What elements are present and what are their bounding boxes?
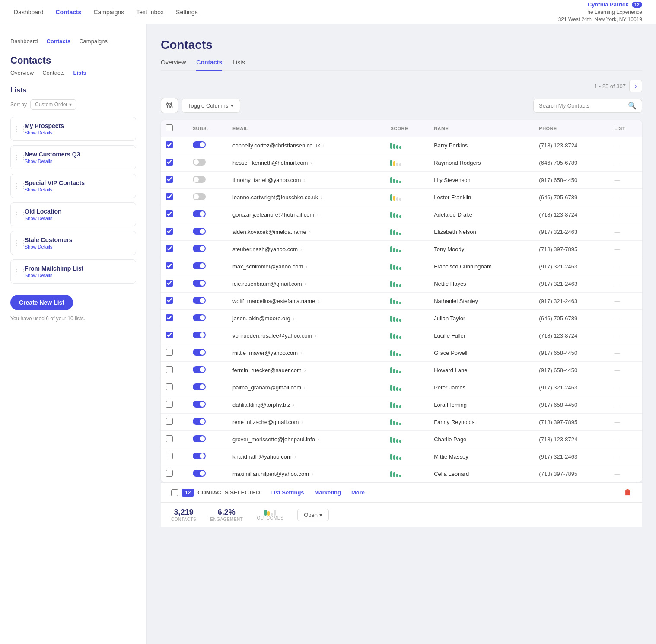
sidebar-mini-nav-dashboard[interactable]: Dashboard xyxy=(10,38,38,45)
row-checkbox[interactable] xyxy=(166,470,173,477)
list-show-details[interactable]: Show Details xyxy=(18,216,129,221)
sidebar-mini-nav-campaigns[interactable]: Campaigns xyxy=(79,38,108,45)
contact-name[interactable]: Grace Powell xyxy=(429,344,534,362)
sidebar-tab-contacts[interactable]: Contacts xyxy=(42,70,64,76)
row-checkbox[interactable] xyxy=(166,141,173,148)
subscribed-toggle[interactable] xyxy=(193,297,206,304)
sidebar-mini-nav-contacts[interactable]: Contacts xyxy=(47,38,71,45)
email-address[interactable]: max_schimmel@yahoo.com xyxy=(232,263,303,270)
list-item[interactable]: ⋮⋮ My Prospects Show Details xyxy=(10,117,136,141)
marketing-button[interactable]: Marketing xyxy=(315,489,341,496)
notification-badge[interactable]: 12 xyxy=(632,2,642,8)
contact-name[interactable]: Celia Leonard xyxy=(429,465,534,483)
select-all-checkbox[interactable] xyxy=(166,124,173,131)
nav-link-contacts[interactable]: Contacts xyxy=(56,9,82,16)
contact-name[interactable]: Lester Franklin xyxy=(429,189,534,206)
email-address[interactable]: grover_morissette@johnpaul.info xyxy=(232,436,315,443)
row-checkbox[interactable] xyxy=(166,280,173,287)
row-checkbox[interactable] xyxy=(166,418,173,425)
contact-name[interactable]: Charlie Page xyxy=(429,431,534,448)
contact-name[interactable]: Fanny Reynolds xyxy=(429,414,534,431)
list-show-details[interactable]: Show Details xyxy=(18,244,129,249)
nav-link-dashboard[interactable]: Dashboard xyxy=(14,9,44,16)
contact-name[interactable]: Raymond Rodgers xyxy=(429,154,534,172)
create-new-list-button[interactable]: Create New List xyxy=(10,295,73,310)
email-address[interactable]: alden.kovacek@imelda.name xyxy=(232,229,306,235)
list-item[interactable]: ⋮⋮ Old Location Show Details xyxy=(10,202,136,226)
subscribed-toggle[interactable] xyxy=(193,176,206,183)
list-settings-button[interactable]: List Settings xyxy=(271,489,304,496)
email-address[interactable]: connelly.cortez@christiansen.co.uk xyxy=(232,142,320,149)
email-address[interactable]: leanne.cartwright@leuschke.co.uk xyxy=(232,194,318,201)
sidebar-tab-lists[interactable]: Lists xyxy=(73,70,86,76)
row-checkbox[interactable] xyxy=(166,401,173,408)
contact-name[interactable]: Nettie Hayes xyxy=(429,275,534,293)
email-address[interactable]: wolff_marcellus@estefania.name xyxy=(232,298,315,304)
email-address[interactable]: mittie_mayer@yahoo.com xyxy=(232,350,298,356)
row-checkbox[interactable] xyxy=(166,453,173,459)
email-address[interactable]: khalid.rath@yahoo.com xyxy=(232,453,292,460)
contact-name[interactable]: Lora Fleming xyxy=(429,396,534,414)
nav-link-text-inbox[interactable]: Text Inbox xyxy=(136,9,164,16)
row-checkbox[interactable] xyxy=(166,262,173,269)
subscribed-toggle[interactable] xyxy=(193,349,206,356)
subscribed-toggle[interactable] xyxy=(193,280,206,287)
row-checkbox[interactable] xyxy=(166,349,173,356)
email-address[interactable]: rene_nitzsche@gmail.com xyxy=(232,419,299,425)
contact-name[interactable]: Howard Lane xyxy=(429,362,534,379)
list-item[interactable]: ⋮⋮ Stale Customers Show Details xyxy=(10,231,136,255)
list-show-details[interactable]: Show Details xyxy=(18,130,129,135)
email-address[interactable]: palma_graham@gmail.com xyxy=(232,384,301,391)
tab-contacts[interactable]: Contacts xyxy=(196,59,222,71)
nav-link-campaigns[interactable]: Campaigns xyxy=(93,9,124,16)
row-checkbox[interactable] xyxy=(166,176,173,183)
subscribed-toggle[interactable] xyxy=(193,383,206,390)
email-address[interactable]: maximilian.hilpert@yahoo.com xyxy=(232,471,309,477)
subscribed-toggle[interactable] xyxy=(193,193,206,200)
contact-name[interactable]: Julian Taylor xyxy=(429,310,534,327)
subscribed-toggle[interactable] xyxy=(193,245,206,252)
list-item[interactable]: ⋮⋮ Special VIP Contacts Show Details xyxy=(10,174,136,198)
email-address[interactable]: timothy_farrell@yahoo.com xyxy=(232,177,301,183)
contact-name[interactable]: Mittie Massey xyxy=(429,448,534,465)
contact-name[interactable]: Barry Perkins xyxy=(429,137,534,154)
list-item[interactable]: ⋮⋮ From Mailchimp List Show Details xyxy=(10,259,136,284)
list-item[interactable]: ⋮⋮ New Customers Q3 Show Details xyxy=(10,145,136,169)
subscribed-toggle[interactable] xyxy=(193,159,206,166)
row-checkbox[interactable] xyxy=(166,366,173,373)
row-checkbox[interactable] xyxy=(166,193,173,200)
contact-name[interactable]: Peter James xyxy=(429,379,534,396)
email-address[interactable]: dahlia.kling@torphy.biz xyxy=(232,402,290,408)
contact-name[interactable]: Adelaide Drake xyxy=(429,206,534,223)
tab-lists[interactable]: Lists xyxy=(232,59,245,71)
toggle-columns-button[interactable]: Toggle Columns ▾ xyxy=(182,99,240,113)
next-page-button[interactable]: › xyxy=(629,80,642,92)
email-address[interactable]: fermin_ruecker@sauer.com xyxy=(232,367,302,373)
list-show-details[interactable]: Show Details xyxy=(18,159,129,164)
nav-link-settings[interactable]: Settings xyxy=(176,9,198,16)
row-checkbox[interactable] xyxy=(166,297,173,304)
row-checkbox[interactable] xyxy=(166,245,173,252)
more-button[interactable]: More... xyxy=(351,489,369,496)
subscribed-toggle[interactable] xyxy=(193,210,206,217)
subscribed-toggle[interactable] xyxy=(193,366,206,373)
subscribed-toggle[interactable] xyxy=(193,401,206,408)
contact-name[interactable]: Tony Moody xyxy=(429,241,534,258)
subscribed-toggle[interactable] xyxy=(193,418,206,425)
subscribed-toggle[interactable] xyxy=(193,314,206,321)
row-checkbox[interactable] xyxy=(166,435,173,442)
row-checkbox[interactable] xyxy=(166,228,173,235)
contact-name[interactable]: Francisco Cunningham xyxy=(429,258,534,275)
contact-name[interactable]: Elizabeth Nelson xyxy=(429,223,534,241)
subscribed-toggle[interactable] xyxy=(193,435,206,442)
email-address[interactable]: vonrueden.rosalee@yahoo.com xyxy=(232,332,312,339)
row-checkbox[interactable] xyxy=(166,314,173,321)
delete-button[interactable]: 🗑 xyxy=(624,488,632,497)
list-show-details[interactable]: Show Details xyxy=(18,273,129,278)
sort-dropdown[interactable]: Custom Order ▾ xyxy=(30,99,76,110)
subscribed-toggle[interactable] xyxy=(193,470,206,477)
email-address[interactable]: icie.rosenbaum@gmail.com xyxy=(232,281,302,287)
tab-overview[interactable]: Overview xyxy=(161,59,186,71)
subscribed-toggle[interactable] xyxy=(193,141,206,148)
email-address[interactable]: jasen.lakin@moore.org xyxy=(232,315,290,322)
